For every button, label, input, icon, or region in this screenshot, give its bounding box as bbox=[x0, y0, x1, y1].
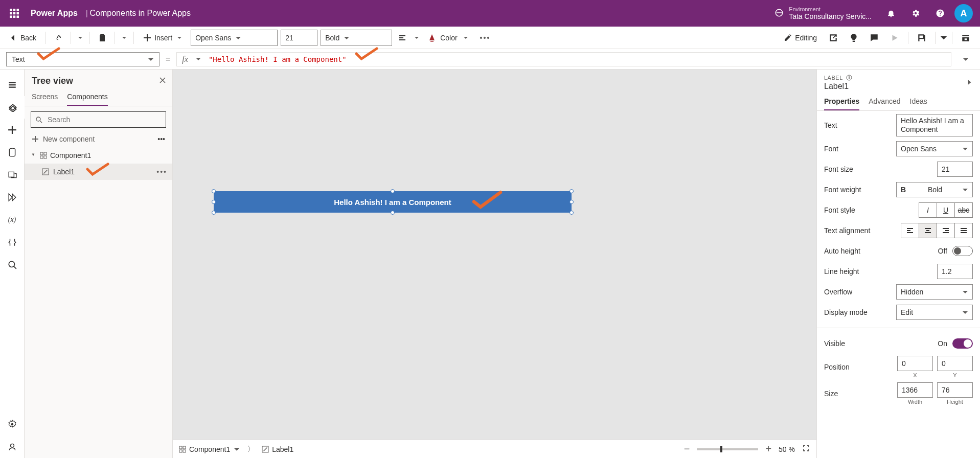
back-button[interactable]: Back bbox=[5, 30, 40, 46]
prop-fontstyle-label: Font style bbox=[824, 206, 855, 214]
publish-button[interactable] bbox=[956, 30, 975, 46]
prop-text-input[interactable]: Hello Ashish! I am a Component bbox=[896, 114, 973, 136]
formula-input[interactable]: fx "Hello Ashish! I am a Component" bbox=[176, 52, 951, 66]
prop-lineheight-input[interactable]: 1.2 bbox=[937, 264, 973, 279]
font-weight-select[interactable]: Bold bbox=[321, 30, 392, 46]
app-checker-button[interactable] bbox=[845, 30, 863, 46]
rail-virtual-agent-button[interactable] bbox=[0, 436, 25, 458]
svg-rect-8 bbox=[17, 16, 19, 18]
align-chevron[interactable] bbox=[413, 35, 421, 40]
control-type-label: LABEL bbox=[824, 75, 843, 81]
prop-size-label: Size bbox=[824, 390, 838, 398]
design-canvas[interactable]: Hello Ashish! I am a Component bbox=[173, 70, 816, 440]
rail-power-automate-button[interactable] bbox=[0, 186, 25, 209]
app-launcher-button[interactable] bbox=[4, 9, 25, 18]
prop-autoheight-label: Auto height bbox=[824, 247, 860, 255]
control-name[interactable]: Label1 bbox=[824, 81, 852, 91]
insert-button[interactable]: Insert bbox=[139, 30, 188, 46]
notifications-button[interactable] bbox=[879, 0, 903, 27]
fit-screen-button[interactable] bbox=[802, 444, 810, 454]
rail-hamburger-button[interactable] bbox=[0, 74, 25, 96]
environment-icon bbox=[774, 8, 784, 19]
close-panel-button[interactable] bbox=[159, 77, 166, 85]
user-avatar[interactable]: A bbox=[954, 4, 973, 22]
prop-tab-ideas[interactable]: Ideas bbox=[910, 97, 927, 110]
new-component-more[interactable]: ••• bbox=[157, 135, 165, 143]
size-w-input[interactable]: 1366 bbox=[897, 382, 933, 398]
editing-mode-button[interactable]: Editing bbox=[780, 30, 821, 46]
save-chevron[interactable] bbox=[940, 33, 948, 42]
info-icon[interactable] bbox=[846, 75, 852, 81]
rail-insert-button[interactable] bbox=[0, 119, 25, 141]
rail-variables-button[interactable]: (x) bbox=[0, 209, 25, 231]
zoom-out-button[interactable]: − bbox=[684, 443, 690, 455]
environment-label: Environment bbox=[789, 6, 872, 12]
prop-fontweight-select[interactable]: B Bold bbox=[896, 182, 973, 197]
help-button[interactable] bbox=[928, 0, 952, 27]
rail-data-button[interactable] bbox=[0, 141, 25, 164]
undo-chevron[interactable] bbox=[76, 35, 84, 40]
rail-search-button[interactable] bbox=[0, 254, 25, 276]
rail-media-button[interactable] bbox=[0, 164, 25, 186]
size-h-input[interactable]: 76 bbox=[937, 382, 973, 398]
align-button[interactable] bbox=[395, 30, 409, 46]
font-select[interactable]: Open Sans bbox=[191, 30, 278, 46]
prop-overflow-select[interactable]: Hidden bbox=[896, 284, 973, 300]
undo-button[interactable] bbox=[51, 30, 65, 46]
expand-formula-button[interactable] bbox=[958, 56, 974, 63]
align-justify-button[interactable] bbox=[954, 223, 973, 238]
tree-item-label1[interactable]: Label1 ••• bbox=[25, 164, 172, 180]
tree-item-more[interactable]: ••• bbox=[156, 168, 167, 176]
environment-name: Tata Consultancy Servic... bbox=[789, 12, 872, 20]
save-button[interactable] bbox=[913, 30, 931, 46]
align-left-button[interactable] bbox=[901, 223, 919, 238]
search-field[interactable] bbox=[47, 115, 162, 124]
canvas-label-control[interactable]: Hello Ashish! I am a Component bbox=[214, 191, 572, 213]
tree-item-component1[interactable]: Component1 bbox=[25, 147, 172, 164]
breadcrumb-component[interactable]: Component1 bbox=[179, 445, 240, 453]
zoom-slider[interactable] bbox=[697, 448, 758, 450]
pos-x-input[interactable]: 0 bbox=[897, 356, 933, 371]
tree-view-panel: Tree view Screens Components New compone… bbox=[25, 70, 173, 458]
underline-button[interactable]: U bbox=[937, 202, 955, 218]
fx-chevron[interactable] bbox=[194, 57, 202, 62]
settings-button[interactable] bbox=[903, 0, 928, 27]
breadcrumb-label[interactable]: Label1 bbox=[262, 445, 293, 453]
comments-button[interactable] bbox=[865, 30, 883, 46]
italic-button[interactable]: I bbox=[919, 202, 937, 218]
tab-screens[interactable]: Screens bbox=[32, 93, 58, 106]
align-center-button[interactable] bbox=[919, 223, 937, 238]
more-button[interactable]: ••• bbox=[477, 30, 494, 46]
search-input[interactable] bbox=[31, 111, 166, 128]
share-button[interactable] bbox=[824, 30, 842, 46]
new-component-button[interactable]: New component bbox=[32, 135, 95, 143]
prop-displaymode-select[interactable]: Edit bbox=[896, 305, 973, 320]
pos-y-input[interactable]: 0 bbox=[937, 356, 973, 371]
tab-components[interactable]: Components bbox=[67, 93, 107, 106]
font-size-input[interactable]: 21 bbox=[281, 30, 317, 46]
preview-button[interactable] bbox=[885, 30, 904, 46]
visible-toggle[interactable] bbox=[952, 338, 973, 349]
rail-settings-button[interactable] bbox=[0, 413, 25, 436]
zoom-in-button[interactable]: + bbox=[765, 443, 771, 455]
prop-font-select[interactable]: Open Sans bbox=[896, 141, 973, 156]
color-button[interactable]: Color bbox=[424, 30, 473, 46]
align-right-button[interactable] bbox=[937, 223, 955, 238]
rail-advanced-tools-button[interactable] bbox=[0, 231, 25, 254]
prop-fontweight-label: Font weight bbox=[824, 186, 861, 194]
prop-displaymode-label: Display mode bbox=[824, 308, 868, 316]
svg-rect-1 bbox=[13, 9, 16, 11]
paste-chevron[interactable] bbox=[120, 35, 128, 40]
prop-fontsize-input[interactable]: 21 bbox=[937, 162, 973, 177]
autoheight-toggle[interactable] bbox=[952, 246, 973, 256]
property-dropdown[interactable]: Text bbox=[6, 52, 159, 66]
paste-button[interactable] bbox=[95, 30, 109, 46]
prop-tab-properties[interactable]: Properties bbox=[824, 97, 859, 110]
svg-rect-18 bbox=[179, 446, 182, 449]
strikethrough-button[interactable]: abc bbox=[954, 202, 973, 218]
panel-chevron[interactable] bbox=[966, 79, 973, 87]
brand-label[interactable]: Power Apps bbox=[25, 9, 84, 18]
prop-tab-advanced[interactable]: Advanced bbox=[869, 97, 900, 110]
rail-tree-view-button[interactable] bbox=[0, 96, 25, 119]
environment-picker[interactable]: Environment Tata Consultancy Servic... bbox=[774, 6, 872, 20]
